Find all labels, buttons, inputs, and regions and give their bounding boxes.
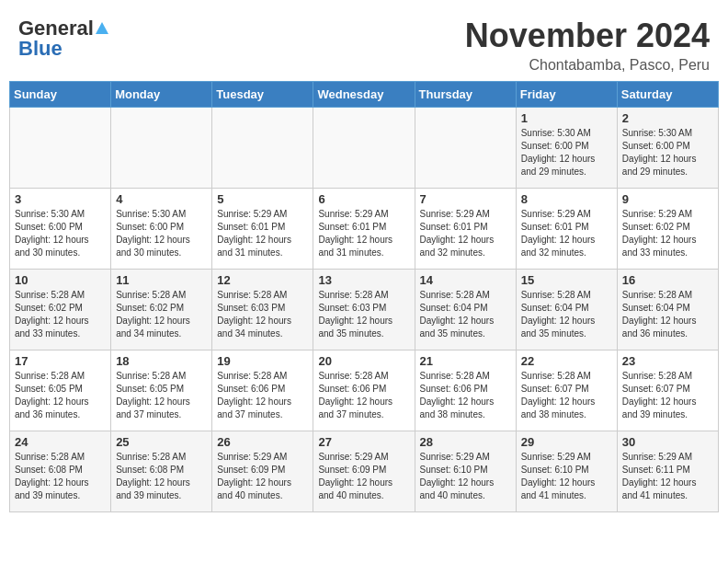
day-number: 27 — [318, 435, 409, 449]
day-content: Sunrise: 5:28 AM Sunset: 6:03 PM Dayligh… — [217, 289, 308, 340]
calendar-cell: 10Sunrise: 5:28 AM Sunset: 6:02 PM Dayli… — [10, 270, 111, 350]
day-content: Sunrise: 5:29 AM Sunset: 6:10 PM Dayligh… — [521, 451, 612, 502]
day-content: Sunrise: 5:28 AM Sunset: 6:05 PM Dayligh… — [116, 370, 207, 421]
calendar-cell: 9Sunrise: 5:29 AM Sunset: 6:02 PM Daylig… — [617, 189, 718, 270]
calendar-cell: 1Sunrise: 5:30 AM Sunset: 6:00 PM Daylig… — [516, 108, 617, 189]
calendar-cell: 22Sunrise: 5:28 AM Sunset: 6:07 PM Dayli… — [516, 350, 617, 431]
day-content: Sunrise: 5:28 AM Sunset: 6:06 PM Dayligh… — [420, 370, 511, 421]
day-content: Sunrise: 5:29 AM Sunset: 6:10 PM Dayligh… — [420, 451, 511, 502]
day-number: 14 — [420, 273, 511, 287]
location-subtitle: Chontabamba, Pasco, Peru — [465, 57, 710, 74]
day-content: Sunrise: 5:28 AM Sunset: 6:08 PM Dayligh… — [15, 451, 106, 502]
calendar-cell: 12Sunrise: 5:28 AM Sunset: 6:03 PM Dayli… — [212, 270, 313, 350]
day-content: Sunrise: 5:29 AM Sunset: 6:01 PM Dayligh… — [420, 208, 511, 259]
day-content: Sunrise: 5:30 AM Sunset: 6:00 PM Dayligh… — [15, 208, 106, 259]
day-content: Sunrise: 5:29 AM Sunset: 6:02 PM Dayligh… — [622, 208, 713, 259]
day-number: 29 — [521, 435, 612, 449]
day-content: Sunrise: 5:28 AM Sunset: 6:04 PM Dayligh… — [622, 289, 713, 340]
calendar-cell: 24Sunrise: 5:28 AM Sunset: 6:08 PM Dayli… — [10, 431, 111, 512]
logo-blue: Blue — [18, 37, 63, 61]
day-number: 21 — [420, 354, 511, 368]
calendar-cell: 23Sunrise: 5:28 AM Sunset: 6:07 PM Dayli… — [617, 350, 718, 431]
weekday-header-sunday: Sunday — [10, 82, 111, 108]
calendar-week-3: 10Sunrise: 5:28 AM Sunset: 6:02 PM Dayli… — [10, 270, 719, 350]
day-number: 13 — [318, 273, 409, 287]
day-number: 19 — [217, 354, 308, 368]
day-content: Sunrise: 5:30 AM Sunset: 6:00 PM Dayligh… — [521, 127, 612, 178]
day-content: Sunrise: 5:30 AM Sunset: 6:00 PM Dayligh… — [622, 127, 713, 178]
month-title: November 2024 — [465, 17, 710, 55]
day-number: 12 — [217, 273, 308, 287]
calendar-cell — [10, 108, 111, 189]
day-content: Sunrise: 5:28 AM Sunset: 6:07 PM Dayligh… — [521, 370, 612, 421]
logo: General Blue — [18, 17, 108, 61]
calendar-cell: 21Sunrise: 5:28 AM Sunset: 6:06 PM Dayli… — [415, 350, 516, 431]
calendar-cell — [212, 108, 313, 189]
day-content: Sunrise: 5:29 AM Sunset: 6:01 PM Dayligh… — [318, 208, 409, 259]
calendar-cell: 11Sunrise: 5:28 AM Sunset: 6:02 PM Dayli… — [111, 270, 212, 350]
day-content: Sunrise: 5:29 AM Sunset: 6:11 PM Dayligh… — [622, 451, 713, 502]
calendar-cell: 6Sunrise: 5:29 AM Sunset: 6:01 PM Daylig… — [313, 189, 415, 270]
calendar-cell: 20Sunrise: 5:28 AM Sunset: 6:06 PM Dayli… — [313, 350, 415, 431]
day-number: 26 — [217, 435, 308, 449]
day-number: 15 — [521, 273, 612, 287]
weekday-header-thursday: Thursday — [415, 82, 516, 108]
calendar-cell: 13Sunrise: 5:28 AM Sunset: 6:03 PM Dayli… — [313, 270, 415, 350]
calendar-cell — [415, 108, 516, 189]
calendar-cell: 5Sunrise: 5:29 AM Sunset: 6:01 PM Daylig… — [212, 189, 313, 270]
day-number: 16 — [622, 273, 713, 287]
day-number: 7 — [420, 192, 511, 206]
day-number: 23 — [622, 354, 713, 368]
calendar-week-2: 3Sunrise: 5:30 AM Sunset: 6:00 PM Daylig… — [10, 189, 719, 270]
calendar-cell: 15Sunrise: 5:28 AM Sunset: 6:04 PM Dayli… — [516, 270, 617, 350]
calendar-cell: 14Sunrise: 5:28 AM Sunset: 6:04 PM Dayli… — [415, 270, 516, 350]
day-number: 28 — [420, 435, 511, 449]
calendar-cell: 28Sunrise: 5:29 AM Sunset: 6:10 PM Dayli… — [415, 431, 516, 512]
day-number: 24 — [15, 435, 106, 449]
weekday-header-tuesday: Tuesday — [212, 82, 313, 108]
day-number: 30 — [622, 435, 713, 449]
day-number: 5 — [217, 192, 308, 206]
day-number: 8 — [521, 192, 612, 206]
day-content: Sunrise: 5:28 AM Sunset: 6:02 PM Dayligh… — [15, 289, 106, 340]
day-number: 2 — [622, 111, 713, 125]
day-number: 1 — [521, 111, 612, 125]
calendar-cell — [111, 108, 212, 189]
day-number: 18 — [116, 354, 207, 368]
calendar-cell: 17Sunrise: 5:28 AM Sunset: 6:05 PM Dayli… — [10, 350, 111, 431]
day-content: Sunrise: 5:29 AM Sunset: 6:01 PM Dayligh… — [217, 208, 308, 259]
day-content: Sunrise: 5:28 AM Sunset: 6:06 PM Dayligh… — [318, 370, 409, 421]
weekday-header-wednesday: Wednesday — [313, 82, 415, 108]
day-number: 11 — [116, 273, 207, 287]
calendar-cell: 29Sunrise: 5:29 AM Sunset: 6:10 PM Dayli… — [516, 431, 617, 512]
day-number: 20 — [318, 354, 409, 368]
calendar-cell: 18Sunrise: 5:28 AM Sunset: 6:05 PM Dayli… — [111, 350, 212, 431]
day-content: Sunrise: 5:30 AM Sunset: 6:00 PM Dayligh… — [116, 208, 207, 259]
weekday-header-row: SundayMondayTuesdayWednesdayThursdayFrid… — [10, 82, 719, 108]
calendar-cell: 3Sunrise: 5:30 AM Sunset: 6:00 PM Daylig… — [10, 189, 111, 270]
day-content: Sunrise: 5:29 AM Sunset: 6:09 PM Dayligh… — [318, 451, 409, 502]
day-number: 3 — [15, 192, 106, 206]
calendar-week-5: 24Sunrise: 5:28 AM Sunset: 6:08 PM Dayli… — [10, 431, 719, 512]
day-number: 25 — [116, 435, 207, 449]
day-content: Sunrise: 5:28 AM Sunset: 6:06 PM Dayligh… — [217, 370, 308, 421]
header: General Blue November 2024 Chontabamba, … — [9, 9, 719, 74]
calendar: SundayMondayTuesdayWednesdayThursdayFrid… — [9, 81, 719, 512]
day-content: Sunrise: 5:28 AM Sunset: 6:04 PM Dayligh… — [420, 289, 511, 340]
day-content: Sunrise: 5:28 AM Sunset: 6:05 PM Dayligh… — [15, 370, 106, 421]
weekday-header-saturday: Saturday — [617, 82, 718, 108]
calendar-cell: 19Sunrise: 5:28 AM Sunset: 6:06 PM Dayli… — [212, 350, 313, 431]
calendar-cell: 4Sunrise: 5:30 AM Sunset: 6:00 PM Daylig… — [111, 189, 212, 270]
calendar-cell: 30Sunrise: 5:29 AM Sunset: 6:11 PM Dayli… — [617, 431, 718, 512]
day-number: 22 — [521, 354, 612, 368]
calendar-cell: 27Sunrise: 5:29 AM Sunset: 6:09 PM Dayli… — [313, 431, 415, 512]
day-content: Sunrise: 5:28 AM Sunset: 6:03 PM Dayligh… — [318, 289, 409, 340]
calendar-week-1: 1Sunrise: 5:30 AM Sunset: 6:00 PM Daylig… — [10, 108, 719, 189]
calendar-cell: 2Sunrise: 5:30 AM Sunset: 6:00 PM Daylig… — [617, 108, 718, 189]
calendar-cell: 8Sunrise: 5:29 AM Sunset: 6:01 PM Daylig… — [516, 189, 617, 270]
day-content: Sunrise: 5:28 AM Sunset: 6:04 PM Dayligh… — [521, 289, 612, 340]
day-number: 4 — [116, 192, 207, 206]
calendar-cell: 16Sunrise: 5:28 AM Sunset: 6:04 PM Dayli… — [617, 270, 718, 350]
day-number: 9 — [622, 192, 713, 206]
calendar-cell: 26Sunrise: 5:29 AM Sunset: 6:09 PM Dayli… — [212, 431, 313, 512]
